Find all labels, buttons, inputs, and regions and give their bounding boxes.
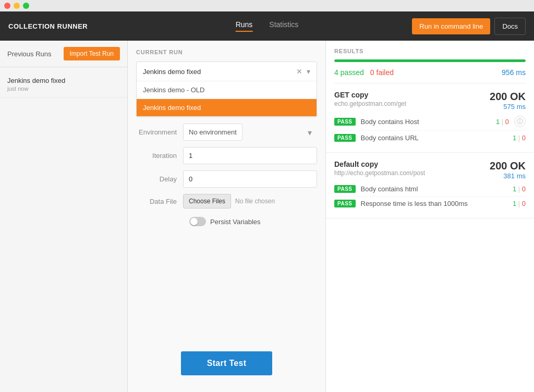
assertion-0-1: PASS Body contains URL 1 | 0 (334, 131, 526, 145)
status-code-1: 200 OK (490, 160, 526, 172)
results-header: RESULTS 4 passed 0 failed 956 ms (326, 41, 534, 83)
assertion-text-0-0: Body contains Host (361, 118, 491, 126)
assertion-text-1-0: Body contains html (361, 185, 507, 193)
data-file-label: Data File (136, 198, 183, 205)
current-run-panel: CURRENT RUN Jenkins demo fixed ✕ ▾ Jenki… (128, 41, 326, 392)
results-label: RESULTS (334, 48, 526, 54)
pass-badge: PASS (334, 200, 356, 207)
sidebar-run-list: Jenkins demo fixed just now (0, 67, 127, 102)
request-status-1: 200 OK 381 ms (490, 160, 526, 180)
iteration-label: Iteration (136, 152, 183, 160)
close-icon[interactable]: ✕ (296, 67, 302, 76)
mac-close-button[interactable] (4, 3, 10, 9)
mac-max-button[interactable] (23, 3, 29, 9)
status-time-1: 381 ms (490, 172, 526, 180)
dropdown-icons: ✕ ▾ (296, 67, 310, 76)
sidebar: Previous Runs Import Test Run Jenkins de… (0, 41, 128, 392)
assertion-text-0-1: Body contains URL (361, 134, 507, 142)
sidebar-header: Previous Runs Import Test Run (0, 41, 127, 67)
persist-variables-row: Persist Variables (136, 215, 317, 226)
persist-variables-toggle[interactable] (189, 217, 206, 226)
run-in-command-line-button[interactable]: Run in command line (412, 18, 490, 34)
request-name-1: Default copy (334, 160, 490, 168)
start-btn-wrapper: Start Test (136, 343, 317, 384)
header-actions: Run in command line Docs (412, 18, 526, 35)
sidebar-run-name: Jenkins demo fixed (7, 77, 120, 84)
app-title: COLLECTION RUNNER (8, 22, 88, 30)
request-url-1: http://echo.getpostman.com/post (334, 169, 490, 177)
request-url-0: echo.getpostman.com/get (334, 100, 490, 107)
sidebar-run-item[interactable]: Jenkins demo fixed just now (0, 71, 127, 97)
total-time: 956 ms (502, 68, 526, 77)
count-fail: 0 (522, 200, 526, 207)
collection-dropdown-wrapper: Jenkins demo fixed ✕ ▾ Jenkins demo - OL… (136, 62, 317, 117)
persist-variables-label: Persist Variables (210, 218, 261, 226)
pass-badge: PASS (334, 134, 356, 142)
assertion-counts-0-1: 1 | 0 (513, 134, 526, 142)
chevron-down-icon[interactable]: ▾ (307, 67, 310, 76)
failed-count: 0 failed (370, 68, 394, 77)
status-time-0: 575 ms (490, 103, 526, 111)
request-header-1: Default copy http://echo.getpostman.com/… (334, 160, 526, 180)
current-run-label: CURRENT RUN (136, 49, 317, 55)
sidebar-title: Previous Runs (7, 50, 52, 58)
request-info-0: GET copy echo.getpostman.com/get (334, 91, 490, 107)
info-icon-0-0[interactable]: ⓘ (514, 116, 526, 127)
tab-statistics[interactable]: Statistics (269, 20, 298, 32)
choose-files-button[interactable]: Choose Files (183, 194, 231, 209)
app-header: COLLECTION RUNNER Runs Statistics Run in… (0, 11, 534, 41)
pass-badge: PASS (334, 185, 356, 193)
toggle-knob (190, 218, 198, 225)
collection-dropdown-box: Jenkins demo fixed ✕ ▾ Jenkins demo - OL… (136, 62, 317, 117)
docs-button[interactable]: Docs (494, 18, 526, 35)
collection-dropdown-header[interactable]: Jenkins demo fixed ✕ ▾ (137, 62, 317, 81)
file-name-text: No file chosen (235, 198, 275, 205)
request-status-0: 200 OK 575 ms (490, 91, 526, 111)
environment-row: Environment No environment (136, 124, 317, 141)
start-test-button[interactable]: Start Test (181, 351, 273, 375)
progress-bar (334, 59, 526, 62)
pass-badge: PASS (334, 118, 356, 126)
environment-label: Environment (136, 128, 183, 136)
assertion-counts-1-0: 1 | 0 (513, 185, 526, 193)
collection-option-0[interactable]: Jenkins demo - OLD (137, 81, 317, 99)
results-panel: RESULTS 4 passed 0 failed 956 ms GET cop… (326, 41, 534, 392)
assertion-0-0: PASS Body contains Host 1 | 0 ⓘ (334, 113, 526, 131)
results-summary: 4 passed 0 failed 956 ms (334, 68, 526, 83)
passed-count: 4 passed (334, 68, 364, 77)
delay-label: Delay (136, 175, 183, 183)
mac-min-button[interactable] (14, 3, 20, 9)
collection-dropdown-list: Jenkins demo - OLD Jenkins demo fixed (137, 81, 317, 117)
request-info-1: Default copy http://echo.getpostman.com/… (334, 160, 490, 177)
summary-stats: 4 passed 0 failed (334, 68, 394, 77)
environment-select[interactable]: No environment (183, 124, 242, 141)
progress-fill (334, 59, 526, 62)
main-layout: Previous Runs Import Test Run Jenkins de… (0, 41, 534, 392)
delay-input[interactable] (183, 170, 317, 188)
delay-row: Delay (136, 170, 317, 188)
collection-option-1[interactable]: Jenkins demo fixed (137, 99, 317, 117)
count-fail: 0 (522, 185, 526, 193)
count-fail: 0 (522, 134, 526, 142)
mac-titlebar (0, 0, 534, 11)
sidebar-run-time: just now (7, 85, 120, 92)
assertion-1-0: PASS Body contains html 1 | 0 (334, 182, 526, 197)
request-result-1: Default copy http://echo.getpostman.com/… (326, 153, 534, 218)
iteration-row: Iteration (136, 147, 317, 164)
status-code-0: 200 OK (490, 91, 526, 102)
request-result-0: GET copy echo.getpostman.com/get 200 OK … (326, 83, 534, 153)
assertion-counts-0-0: 1 | 0 (496, 118, 509, 126)
request-header-0: GET copy echo.getpostman.com/get 200 OK … (334, 91, 526, 111)
file-input-wrapper: Choose Files No file chosen (183, 194, 317, 209)
import-test-run-button[interactable]: Import Test Run (64, 47, 120, 60)
count-fail: 0 (505, 118, 509, 126)
content-area: CURRENT RUN Jenkins demo fixed ✕ ▾ Jenki… (128, 41, 534, 392)
request-name-0: GET copy (334, 91, 490, 99)
tab-runs[interactable]: Runs (236, 20, 253, 32)
iteration-input[interactable] (183, 147, 317, 164)
header-tabs: Runs Statistics (236, 20, 299, 32)
assertion-counts-1-1: 1 | 0 (513, 200, 526, 207)
environment-select-wrapper: No environment (183, 124, 317, 141)
data-file-row: Data File Choose Files No file chosen (136, 194, 317, 209)
assertion-1-1: PASS Response time is less than 1000ms 1… (334, 197, 526, 211)
